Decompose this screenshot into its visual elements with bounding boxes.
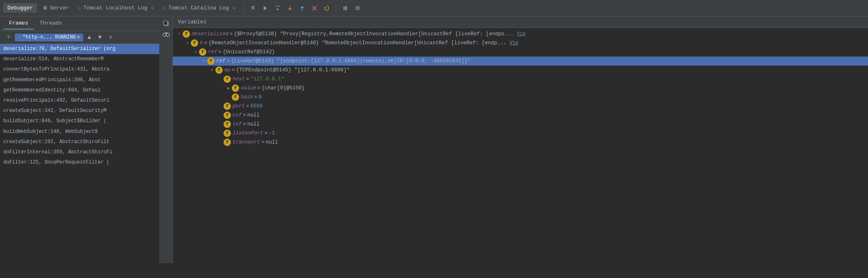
field-icon: f (199, 48, 206, 56)
tab-server[interactable]: 🖥 Server (38, 3, 73, 13)
frame-item[interactable]: getRememberedIdentity:604, Defaul (0, 85, 159, 96)
frame-item[interactable]: convertBytesToPrincipals:431, Abstra (0, 64, 159, 75)
frame-item[interactable]: buildWebSubject:148, WebSubject$ (0, 127, 159, 137)
expand-icon[interactable] (217, 103, 224, 109)
var-value: 6666 (251, 103, 263, 109)
restart-button[interactable] (322, 3, 332, 13)
var-row-host[interactable]: fhost = "127.0.0.1" (173, 75, 868, 84)
frame-item[interactable]: deserialize:514, AbstractRememberM (0, 54, 159, 64)
watch-table-button[interactable]: ⊞ (340, 3, 350, 13)
side-actions-panel (160, 16, 173, 263)
var-row-deserialized[interactable]: ▾fdeserialized = {$Proxy5@5138} "Proxy[R… (173, 30, 868, 39)
tab-threads[interactable]: Threads (34, 18, 68, 30)
frame-item[interactable]: createSubject:342, DefaultSecurityM (0, 106, 159, 116)
expand-icon[interactable]: ▶ (225, 85, 232, 91)
play-icon: ▷ (79, 5, 81, 11)
frame-item[interactable]: getRememberedPrincipals:396, Abst (0, 75, 159, 85)
var-link[interactable]: Vie (510, 40, 519, 46)
var-name: csf (233, 112, 242, 118)
close-tomcat-catalina-icon[interactable]: ✕ (233, 5, 235, 11)
var-equals: = (254, 94, 258, 100)
var-row-hash[interactable]: fhash = 0 (173, 93, 868, 102)
thread-dropdown[interactable]: ✓ "http-n... RUNNING ▼ (15, 34, 83, 41)
var-name: ref (208, 49, 217, 55)
var-value: {UnicastRef@5142} (223, 49, 275, 55)
var-name: ref (216, 58, 226, 64)
var-row-port[interactable]: fport = 6666 (173, 102, 868, 111)
tab-tomcat-localhost[interactable]: ▷ Tomcat Localhost Log ✕ (75, 3, 158, 13)
toolbar-separator (243, 4, 243, 12)
var-value: {RemoteObjectInvocationHandler@5140} "Re… (208, 40, 506, 46)
step-out-button[interactable] (297, 3, 307, 13)
glasses-button[interactable] (161, 30, 172, 40)
expand-icon[interactable] (217, 76, 224, 82)
frame-item[interactable]: buildSubject:846, Subject$Builder ( (0, 116, 159, 126)
var-row-ep[interactable]: ▾fep = {TCPEndpoint@5145} "[127.0.0.1:66… (173, 66, 868, 75)
close-tomcat-localhost-icon[interactable]: ✕ (151, 5, 154, 11)
expand-icon[interactable] (217, 130, 224, 137)
var-equals: = (264, 130, 268, 136)
var-row-h[interactable]: ▾fh = {RemoteObjectInvocationHandler@514… (173, 39, 868, 48)
step-into-button[interactable] (285, 3, 295, 13)
filter-button[interactable]: ▽ (106, 33, 115, 42)
svg-point-12 (166, 33, 170, 36)
var-value: null (247, 121, 260, 127)
expand-icon[interactable] (217, 121, 224, 128)
settings-button[interactable]: ⊟ (353, 3, 362, 13)
expand-icon[interactable] (217, 139, 224, 146)
expand-icon[interactable]: ▾ (184, 40, 191, 46)
thread-nav-down[interactable]: ▼ (95, 33, 104, 42)
right-panel: Variables ▾fdeserialized = {$Proxy5@5138… (173, 16, 868, 263)
tab-frames[interactable]: Frames (3, 18, 34, 30)
var-equals: = (232, 67, 235, 73)
frame-item[interactable]: resolvePrincipals:492, DefaultSecuri (0, 96, 159, 106)
add-watch-button[interactable]: + (4, 33, 13, 42)
copy-button[interactable] (161, 18, 172, 29)
var-value: -1 (269, 130, 275, 136)
left-panel: Frames Threads + ✓ "http-n... RUNNING ▼ … (0, 16, 160, 263)
field-icon: f (224, 75, 231, 83)
expand-icon[interactable] (217, 112, 224, 118)
expand-icon[interactable]: ▾ (209, 67, 215, 73)
field-icon: f (191, 39, 198, 47)
play-icon-2: ▷ (164, 5, 167, 11)
expand-icon[interactable]: ▾ (201, 58, 207, 64)
var-row-transport[interactable]: ftransport = null (173, 138, 868, 147)
var-row-value[interactable]: ▶fvalue = {char[9]@5150} (173, 84, 868, 93)
var-name: h (200, 40, 203, 46)
step-over-button[interactable] (273, 3, 283, 13)
var-row-listenPort[interactable]: flistenPort = -1 (173, 129, 868, 138)
frame-item[interactable]: deserialize:78, DefaultSerializer (org (0, 44, 159, 54)
var-equals: = (258, 85, 261, 91)
field-icon: f (224, 121, 231, 128)
expand-icon[interactable] (225, 94, 232, 100)
svg-rect-10 (164, 21, 167, 25)
frame-item[interactable]: doFilterInternal:359, AbstractShiroFi (0, 147, 159, 157)
expand-icon[interactable]: ▾ (192, 49, 199, 55)
tab-tomcat-catalina[interactable]: ▷ Tomcat Catalina Log ✕ (160, 3, 240, 13)
variable-tree: ▾fdeserialized = {$Proxy5@5138} "Proxy[R… (173, 28, 868, 148)
field-icon: f (232, 93, 239, 101)
menu-lines-button[interactable]: ≡ (248, 3, 258, 13)
expand-icon[interactable]: ▾ (176, 31, 183, 37)
var-value: "127.0.0.1" (251, 76, 285, 82)
thread-nav-up[interactable]: ▲ (85, 33, 94, 42)
resume-button[interactable] (260, 3, 270, 13)
var-name: host (233, 76, 245, 82)
tab-debugger[interactable]: Debugger (3, 3, 37, 13)
var-name: value (241, 85, 256, 91)
var-link[interactable]: Vie (517, 31, 526, 37)
frame-item[interactable]: doFilter:125, OncePerRequestFilter ( (0, 157, 159, 168)
thread-selector: + ✓ "http-n... RUNNING ▼ ▲ ▼ ▽ (0, 31, 159, 44)
var-equals: = (219, 49, 222, 55)
stop-button[interactable] (310, 3, 319, 13)
var-row-ref1[interactable]: ▾fref = {UnicastRef@5142} (173, 48, 868, 57)
tomcat-localhost-tab-label: Tomcat Localhost Log (84, 5, 147, 11)
frame-item[interactable]: createSubject:292, AbstractShiroFilt (0, 137, 159, 147)
var-row-csf[interactable]: fcsf = null (173, 111, 868, 120)
var-equals: = (227, 58, 230, 64)
var-row-ssf[interactable]: fssf = null (173, 120, 868, 129)
var-row-ref2[interactable]: ▾fref = {LiveRef@5143} "[endpoint:[127.0… (173, 57, 868, 66)
check-icon: ✓ (18, 34, 21, 41)
debugger-tab-label: Debugger (7, 5, 33, 11)
